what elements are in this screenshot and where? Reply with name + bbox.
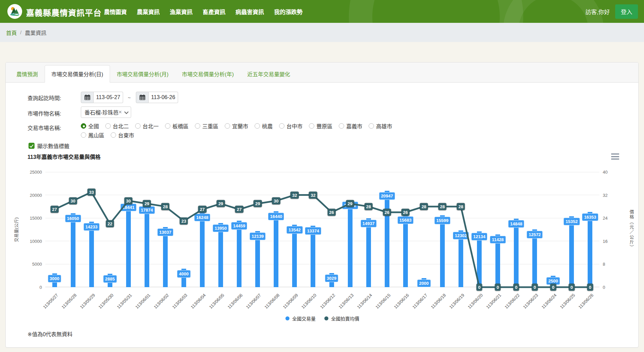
market-radio-台中市[interactable]: 台中市 bbox=[279, 122, 303, 130]
site-logo-icon[interactable] bbox=[7, 4, 22, 19]
tab-市場交易價量分析(日)[interactable]: 市場交易價量分析(日) bbox=[45, 65, 110, 83]
breadcrumb-home-link[interactable]: 首頁 bbox=[6, 29, 17, 37]
price-value-label: 29 bbox=[217, 200, 225, 207]
market-radio-台北二[interactable]: 台北二 bbox=[105, 122, 129, 130]
price-value-label: 0 bbox=[495, 284, 501, 291]
market-radio-台東市[interactable]: 台東市 bbox=[111, 131, 134, 139]
x-axis-date-label: 113/06/18 bbox=[413, 293, 447, 327]
radio-label: 全國 bbox=[88, 122, 99, 130]
price-value-label: 28 bbox=[161, 203, 169, 210]
market-radio-三重區[interactable]: 三重區 bbox=[195, 122, 218, 130]
chart-title: 113年嘉義市市場交易量與價格 bbox=[28, 152, 101, 161]
market-radio-row: 鳳山區台東市 bbox=[81, 131, 134, 139]
nav-item-病蟲害資訊[interactable]: 病蟲害資訊 bbox=[235, 7, 264, 16]
user-greeting: 訪客,你好 bbox=[585, 7, 610, 16]
nav-item-畜產資訊[interactable]: 畜產資訊 bbox=[203, 7, 225, 16]
left-axis-tick-label: 5000 bbox=[24, 262, 42, 267]
clear-icon[interactable]: × bbox=[118, 109, 122, 116]
price-value-label: 23 bbox=[180, 217, 188, 224]
legend-item-全國拍賣均價[interactable]: 全國拍賣均價 bbox=[324, 315, 359, 322]
show-labels-check-row: 顯示數值標籤 bbox=[29, 142, 69, 150]
market-radio-台北一[interactable]: 台北一 bbox=[135, 122, 159, 130]
tab-近五年交易量變化[interactable]: 近五年交易量變化 bbox=[240, 65, 297, 83]
legend-marker-icon bbox=[324, 316, 328, 320]
x-axis-date-label: 113/06/07 bbox=[228, 293, 262, 327]
show-labels-checkbox[interactable] bbox=[29, 143, 35, 149]
market-radio-全國[interactable]: 全國 bbox=[81, 122, 99, 130]
price-value-label: 0 bbox=[550, 284, 556, 291]
left-axis-tick-label: 15000 bbox=[24, 216, 42, 221]
x-axis-date-label: 113/05/31 bbox=[99, 293, 133, 327]
price-value-label: 29 bbox=[254, 200, 262, 207]
crop-select[interactable]: 番石榴-珍珠芭 × bbox=[81, 106, 131, 118]
content-card: 農情預測市場交易價量分析(日)市場交易價量分析(月)市場交易價量分析(年)近五年… bbox=[5, 62, 639, 348]
price-value-label: 27 bbox=[50, 206, 58, 213]
radio-label: 高雄市 bbox=[376, 122, 392, 130]
price-line bbox=[45, 172, 599, 287]
tab-農情預測[interactable]: 農情預測 bbox=[10, 65, 45, 83]
radio-button-icon bbox=[339, 123, 344, 129]
radio-label: 桃農 bbox=[262, 122, 273, 130]
nav-item-農業資訊[interactable]: 農業資訊 bbox=[137, 7, 160, 16]
radio-button-icon bbox=[369, 123, 374, 129]
chart-menu-icon[interactable] bbox=[611, 153, 619, 160]
x-axis-date-label: 113/06/19 bbox=[431, 293, 466, 327]
market-radio-桃農[interactable]: 桃農 bbox=[255, 122, 273, 130]
market-radio-板橋區[interactable]: 板橋區 bbox=[165, 122, 189, 130]
price-value-label: 29 bbox=[143, 200, 151, 207]
market-radio-高雄市[interactable]: 高雄市 bbox=[369, 122, 392, 130]
radio-label: 鳳山區 bbox=[88, 131, 104, 139]
x-axis-date-label: 113/06/03 bbox=[154, 293, 189, 327]
nav-item-我的漲跌勢[interactable]: 我的漲跌勢 bbox=[274, 7, 303, 16]
x-axis-date-label: 113/06/10 bbox=[283, 293, 318, 327]
price-value-label: 28 bbox=[420, 203, 428, 210]
price-value-label: 33 bbox=[87, 189, 95, 196]
tab-strip: 農情預測市場交易價量分析(日)市場交易價量分析(月)市場交易價量分析(年)近五年… bbox=[6, 62, 638, 83]
price-value-label: 22 bbox=[106, 220, 114, 227]
chevron-down-icon bbox=[124, 109, 129, 114]
x-axis-date-label: 113/06/22 bbox=[486, 293, 521, 327]
start-date-calendar-button[interactable] bbox=[81, 92, 94, 103]
calendar-icon bbox=[139, 94, 146, 100]
radio-label: 豐原區 bbox=[316, 122, 332, 130]
market-radio-宜蘭市[interactable]: 宜蘭市 bbox=[225, 122, 248, 130]
right-axis-tick-label: 40 bbox=[603, 170, 621, 175]
nav-item-漁業資訊[interactable]: 漁業資訊 bbox=[170, 7, 193, 16]
radio-button-icon bbox=[105, 123, 111, 129]
x-axis-date-label: 113/05/30 bbox=[80, 293, 114, 327]
legend-label: 全國交易量 bbox=[292, 315, 316, 322]
price-value-label: 27 bbox=[198, 206, 206, 213]
price-value-label: 0 bbox=[514, 284, 519, 291]
market-radio-鳳山區[interactable]: 鳳山區 bbox=[81, 131, 104, 139]
tab-市場交易價量分析(年)[interactable]: 市場交易價量分析(年) bbox=[175, 65, 240, 83]
x-axis-date-label: 113/06/15 bbox=[357, 293, 391, 327]
x-axis-date-label: 113/06/05 bbox=[191, 293, 225, 327]
price-value-label: 0 bbox=[532, 284, 538, 291]
chart-legend: 全國交易量全國拍賣均價 bbox=[45, 315, 599, 322]
x-axis-date-label: 113/06/12 bbox=[302, 293, 336, 327]
chart-plot-area: 交易量(公斤) 價格（元／公斤） 00500081000016150002420… bbox=[45, 172, 599, 287]
radio-label: 台東市 bbox=[118, 131, 134, 139]
radio-button-icon bbox=[255, 123, 260, 129]
end-date-calendar-button[interactable] bbox=[136, 92, 149, 103]
login-button[interactable]: 登入 bbox=[615, 4, 638, 19]
end-date-input[interactable]: 113-06-26 bbox=[149, 92, 178, 103]
page: 嘉義縣農情資訊平台 農情圖資農業資訊漁業資訊畜產資訊病蟲害資訊我的漲跌勢 訪客,… bbox=[0, 0, 644, 352]
radio-label: 三重區 bbox=[202, 122, 218, 130]
market-radio-嘉義市[interactable]: 嘉義市 bbox=[339, 122, 362, 130]
right-axis-tick-label: 8 bbox=[603, 262, 621, 267]
legend-item-全國交易量[interactable]: 全國交易量 bbox=[285, 315, 316, 322]
x-axis-date-label: 113/06/01 bbox=[117, 293, 152, 327]
x-axis-date-label: 113/06/14 bbox=[338, 293, 373, 327]
x-axis-date-label: 113/05/28 bbox=[43, 293, 77, 327]
price-value-label: 27 bbox=[235, 206, 243, 213]
left-axis-tick-label: 25000 bbox=[24, 170, 42, 175]
nav-item-農情圖資[interactable]: 農情圖資 bbox=[104, 7, 127, 16]
x-axis-date-label: 113/05/29 bbox=[61, 293, 96, 327]
start-date-input[interactable]: 113-05-27 bbox=[94, 92, 123, 103]
radio-label: 嘉義市 bbox=[346, 122, 362, 130]
x-axis-date-label: 113/06/24 bbox=[523, 293, 558, 327]
market-radio-豐原區[interactable]: 豐原區 bbox=[309, 122, 332, 130]
zero-value-note: ※值為0代表無資料 bbox=[28, 330, 72, 338]
tab-市場交易價量分析(月)[interactable]: 市場交易價量分析(月) bbox=[110, 65, 175, 83]
